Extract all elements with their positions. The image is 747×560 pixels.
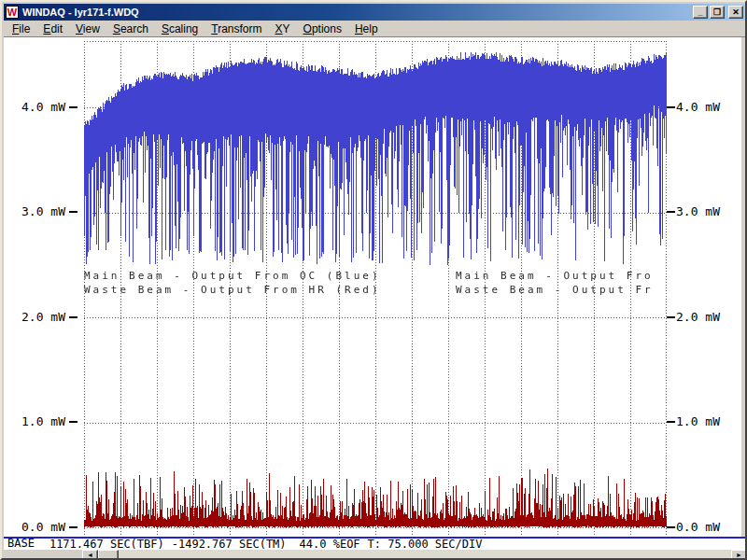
y-axis-label-left: 0.0 mW: [9, 520, 65, 534]
window-title: WINDAQ - lyr171-f.WDQ: [22, 7, 693, 18]
title-bar[interactable]: W WINDAQ - lyr171-f.WDQ _ ❐ ✕: [4, 4, 745, 21]
scrollbar-thumb[interactable]: [98, 550, 119, 560]
status-bar: BASE 1171.467 SEC(TBF) -1492.767 SEC(TM)…: [4, 537, 747, 550]
annotation-main-beam-truncated: Main Beam - Output Fro: [456, 269, 654, 283]
menu-edit[interactable]: Edit: [36, 21, 69, 36]
chart-area: 4.0 mW 3.0 mW 2.0 mW 1.0 mW 0.0 mW 4.0 m…: [4, 37, 741, 537]
y-axis-label-left: 2.0 mW: [9, 310, 65, 324]
status-tm: -1492.767 SEC(TM): [172, 538, 287, 551]
y-axis-label-left: 1.0 mW: [9, 414, 65, 428]
channel-annotations: Main Beam - Output From OC (Blue) Waste …: [84, 269, 667, 301]
status-eof: 44.0 %EOF: [300, 538, 360, 551]
scrollbar-track[interactable]: [119, 550, 731, 560]
y-axis-tick-left: [69, 316, 78, 318]
y-axis-label-right: 0.0 mW: [676, 520, 720, 534]
y-axis-label-left: 3.0 mW: [9, 204, 65, 218]
y-axis-tick-left: [69, 211, 78, 213]
y-axis-tick-right: [667, 316, 675, 318]
menu-view[interactable]: View: [69, 21, 106, 36]
menu-scaling[interactable]: Scaling: [155, 21, 204, 36]
horizontal-scrollbar: ◄ ►: [4, 550, 747, 560]
y-axis-label-right: 2.0 mW: [676, 310, 720, 324]
restore-button[interactable]: ❐: [710, 6, 725, 19]
menu-xy[interactable]: XY: [269, 21, 297, 36]
y-axis-label-right: 3.0 mW: [676, 204, 720, 218]
annotation-waste-beam: Waste Beam - Output From HR (Red): [84, 283, 381, 297]
status-timebase: T: 75.000 SEC/DIV: [368, 538, 483, 551]
annotation-main-beam: Main Beam - Output From OC (Blue): [84, 269, 381, 283]
y-axis-label-left: 4.0 mW: [9, 100, 65, 114]
y-axis-tick-right: [667, 421, 675, 423]
scrollbar-spacer: [4, 550, 82, 560]
app-window: W WINDAQ - lyr171-f.WDQ _ ❐ ✕ File Edit …: [0, 0, 747, 560]
menu-options[interactable]: Options: [297, 21, 348, 36]
y-axis-label-right: 4.0 mW: [676, 100, 720, 114]
window-controls: _ ❐ ✕: [693, 6, 743, 19]
status-tbf: 1171.467 SEC(TBF): [49, 538, 164, 551]
app-icon-letter: W: [7, 7, 17, 18]
menu-file[interactable]: File: [6, 21, 36, 36]
menu-bar: File Edit View Search Scaling Transform …: [4, 21, 745, 37]
menu-help[interactable]: Help: [348, 21, 385, 36]
app-icon[interactable]: W: [6, 6, 19, 19]
y-axis-tick-right: [667, 211, 675, 213]
minimize-button[interactable]: _: [693, 6, 708, 19]
y-axis-tick-left: [69, 421, 78, 423]
menu-transform[interactable]: Transform: [204, 21, 268, 36]
menu-search[interactable]: Search: [106, 21, 155, 36]
y-axis-tick-left: [69, 106, 78, 108]
scroll-left-icon[interactable]: ◄: [82, 550, 98, 560]
y-axis-tick-left: [69, 526, 78, 528]
scroll-right-icon[interactable]: ►: [731, 550, 747, 560]
y-axis-label-right: 1.0 mW: [676, 414, 720, 428]
y-axis-tick-right: [667, 106, 675, 108]
close-button[interactable]: ✕: [728, 6, 743, 19]
y-axis-tick-right: [667, 526, 675, 528]
annotation-waste-beam-truncated: Waste Beam - Output Fr: [456, 283, 654, 297]
